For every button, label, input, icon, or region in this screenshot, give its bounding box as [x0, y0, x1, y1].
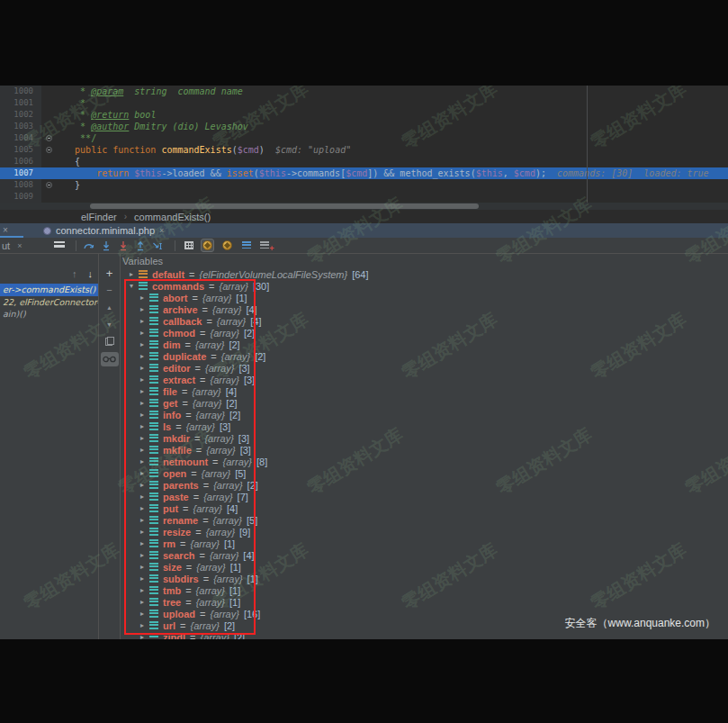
stack-frame-row[interactable]: ain)() — [0, 308, 98, 321]
frames-toolbar: ↑ ↓ — [72, 268, 93, 279]
breadcrumb-item-class[interactable]: elFinder — [81, 212, 117, 222]
fold-icon[interactable] — [46, 147, 52, 153]
code-text: * @author Dmitry (dio) Levashov — [41, 121, 248, 132]
frame-next-icon[interactable]: ↓ — [88, 268, 94, 279]
code-line-1000[interactable]: 1000 * @param string command name — [0, 86, 728, 97]
variable-count: [64] — [352, 269, 368, 280]
fold-icon[interactable] — [46, 135, 52, 141]
code-text: return $this->loaded && isset($this->com… — [41, 167, 709, 179]
code-line-1001[interactable]: 1001 * — [0, 97, 728, 109]
debugger-tab-partial[interactable]: ut — [2, 240, 10, 251]
copy-icon — [105, 337, 113, 346]
php-file-icon — [43, 227, 51, 235]
coin-icon — [202, 240, 212, 250]
run-to-cursor-icon[interactable] — [152, 240, 164, 251]
code-text: * — [41, 97, 85, 109]
tab-label: connector.minimal.php — [56, 225, 155, 236]
screenshot-stage: 1000 * @param string command name1001 *1… — [0, 0, 728, 723]
code-line-1005[interactable]: 1005 public function commandExists($cmd)… — [0, 144, 728, 156]
editor-tab-strip: × connector.minimal.php × — [0, 223, 728, 238]
code-line-1009[interactable]: 1009 — [0, 191, 728, 203]
xdebug-coin-icon[interactable] — [221, 239, 233, 251]
line-number[interactable]: 1004 — [0, 132, 41, 144]
variables-header-label: Variables — [122, 256, 163, 267]
top-letterbox — [0, 0, 728, 86]
breadcrumb: elFinder › commandExists() — [0, 210, 728, 223]
object-icon — [139, 270, 148, 278]
close-icon[interactable]: × — [3, 224, 8, 237]
stack-frame-row[interactable]: er->commandExists() — [0, 284, 98, 296]
close-icon[interactable]: × — [159, 226, 164, 235]
code-line-1007[interactable]: 1007 return $this->loaded && isset($this… — [0, 167, 728, 179]
code-text: * @return bool — [41, 109, 156, 121]
plus-badge-icon: + — [269, 245, 274, 253]
code-lines: 1000 * @param string command name1001 *1… — [0, 86, 728, 203]
threads-list-icon[interactable] — [242, 241, 251, 249]
variable-type: {elFinderVolumeLocalFileSystem} — [200, 269, 348, 280]
step-over-icon[interactable] — [83, 240, 94, 251]
glasses-icon — [103, 356, 116, 363]
force-step-into-icon[interactable] — [118, 240, 129, 251]
close-icon[interactable]: × — [17, 241, 22, 250]
code-text — [41, 191, 53, 203]
remove-watch-button[interactable]: − — [102, 284, 118, 296]
breadcrumb-item-method[interactable]: commandExists() — [134, 212, 211, 222]
xdebug-coin-icon-selected[interactable] — [201, 239, 214, 252]
variable-name: default — [152, 269, 184, 280]
code-line-1002[interactable]: 1002 * @return bool — [0, 109, 728, 121]
move-down-button[interactable]: ▼ — [102, 318, 118, 330]
code-text: { — [41, 156, 80, 167]
line-number[interactable]: 1007 — [0, 167, 41, 179]
editor-horizontal-scrollbar[interactable] — [0, 203, 728, 210]
equals-sign: = — [189, 269, 194, 280]
debugger-toolbar: ut × + — [0, 238, 728, 254]
coin-icon — [222, 240, 232, 250]
line-number[interactable]: 1008 — [0, 179, 41, 191]
add-watch-icon[interactable]: + — [260, 241, 269, 249]
view-breakpoints-icon[interactable] — [184, 241, 193, 249]
add-watch-button[interactable]: + — [102, 267, 118, 279]
bottom-letterbox — [0, 639, 728, 723]
variable-count: [2] — [255, 351, 265, 362]
code-text: public function commandExists($cmd) $cmd… — [41, 144, 351, 156]
step-into-icon[interactable] — [101, 240, 112, 251]
code-line-1003[interactable]: 1003 * @author Dmitry (dio) Levashov — [0, 121, 728, 132]
line-number[interactable]: 1003 — [0, 121, 41, 132]
code-line-1004[interactable]: 1004 **/ — [0, 132, 728, 144]
frames-panel: ↑ ↓ er->commandExists()22, elFinderConne… — [0, 254, 99, 639]
stack-frame-row[interactable]: 22, elFinderConnector->run() — [0, 296, 98, 309]
fold-icon[interactable] — [46, 182, 52, 188]
line-number[interactable]: 1009 — [0, 191, 41, 203]
move-up-button[interactable]: ▲ — [102, 301, 118, 313]
menu-icon[interactable] — [54, 241, 65, 249]
code-editor[interactable]: 1000 * @param string command name1001 *1… — [0, 86, 728, 203]
line-number[interactable]: 1006 — [0, 156, 41, 167]
toolbar-separator — [76, 240, 76, 251]
watermark-footer: 安全客（www.anquanke.com） — [565, 616, 715, 631]
tab-connector-minimal-php[interactable]: connector.minimal.php × — [36, 223, 171, 238]
code-line-1006[interactable]: 1006 { — [0, 156, 728, 167]
line-number[interactable]: 1001 — [0, 97, 41, 109]
duplicate-watch-button[interactable] — [102, 335, 118, 348]
scrollbar-thumb[interactable] — [90, 203, 479, 209]
chevron-right-icon[interactable]: ▸ — [127, 270, 136, 278]
line-number[interactable]: 1005 — [0, 144, 41, 156]
variable-count: [8] — [256, 456, 267, 467]
watches-toolbar: + − ▲ ▼ — [99, 254, 121, 639]
annotation-red-box — [124, 279, 256, 635]
show-watches-toggle[interactable] — [101, 352, 119, 366]
frames-list: er->commandExists()22, elFinderConnector… — [0, 284, 98, 321]
debugger-panel: ↑ ↓ er->commandExists()22, elFinderConne… — [0, 254, 728, 639]
breadcrumb-separator-icon: › — [124, 212, 127, 221]
code-line-1008[interactable]: 1008 } — [0, 179, 728, 191]
line-number[interactable]: 1000 — [0, 86, 41, 97]
step-out-icon[interactable] — [135, 240, 146, 251]
frame-previous-icon[interactable]: ↑ — [72, 268, 77, 279]
line-number[interactable]: 1002 — [0, 109, 41, 121]
toolbar-separator — [175, 240, 175, 251]
editor-margin-guide — [587, 86, 588, 203]
code-text: * @param string command name — [41, 86, 243, 97]
